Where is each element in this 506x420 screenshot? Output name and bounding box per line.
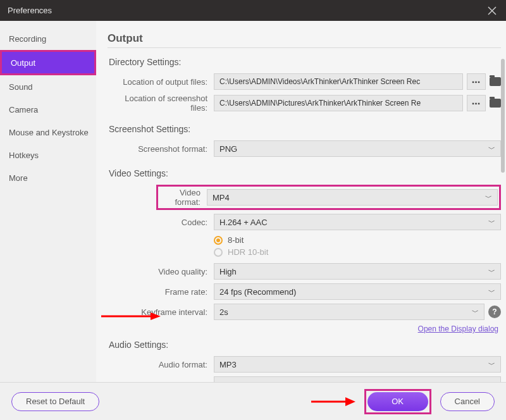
dropdown-value: 2s — [219, 307, 228, 317]
audio-codec-dropdown[interactable]: MP3 ﹀ — [214, 376, 501, 382]
radio-hdr10bit[interactable]: HDR 10-bit — [214, 247, 268, 257]
cancel-button[interactable]: Cancel — [440, 392, 495, 411]
annotation-arrow-icon — [311, 397, 355, 406]
page-title: Output — [108, 32, 501, 45]
folder-open-output-icon[interactable] — [490, 77, 501, 86]
sidebar-item-label: Sound — [9, 82, 33, 92]
label-video-format: Video format: — [159, 188, 207, 207]
footer: Reset to Default OK Cancel — [0, 382, 506, 420]
row-audio-format: Audio format: MP3 ﹀ — [108, 356, 501, 373]
sidebar-item-hotkeys[interactable]: Hotkeys — [0, 144, 96, 166]
keyframe-interval-dropdown[interactable]: 2s ﹀ — [214, 304, 484, 320]
dropdown-value: High — [219, 267, 237, 276]
reset-to-default-button[interactable]: Reset to Default — [11, 392, 99, 411]
sidebar-item-label: Output — [11, 58, 35, 68]
display-dialog-link-row: Open the Display dialog — [108, 324, 498, 333]
sidebar-item-mouse-keystroke[interactable]: Mouse and Keystroke — [0, 121, 96, 144]
chevron-down-icon: ﹀ — [488, 218, 495, 227]
sidebar-item-sound[interactable]: Sound — [0, 75, 96, 98]
scrollbar[interactable] — [501, 59, 505, 173]
sidebar: Recording Output Sound Camera Mouse and … — [0, 21, 96, 382]
screenshot-format-dropdown[interactable]: PNG ﹀ — [214, 140, 501, 157]
chevron-down-icon: ﹀ — [488, 287, 495, 297]
dropdown-value: MP3 — [219, 380, 237, 383]
sidebar-item-recording[interactable]: Recording — [0, 27, 96, 50]
titlebar: Preferences — [0, 0, 506, 21]
radio-label: 8-bit — [228, 235, 244, 245]
divider — [108, 47, 501, 48]
output-path-field[interactable]: C:\Users\ADMIN\Videos\ArkThinker\ArkThin… — [214, 73, 463, 90]
sidebar-item-label: Mouse and Keystroke — [9, 128, 89, 137]
sidebar-item-output[interactable]: Output — [0, 50, 96, 75]
close-icon — [488, 6, 497, 15]
browse-output-button[interactable]: ▪▪▪ — [467, 73, 486, 90]
video-quality-dropdown[interactable]: High ﹀ — [214, 263, 501, 280]
row-video-codec: Codec: H.264 + AAC ﹀ — [108, 214, 501, 230]
row-video-quality: Video quality: High ﹀ — [108, 263, 501, 280]
label-video-codec: Codec: — [108, 218, 214, 227]
audio-format-dropdown[interactable]: MP3 ﹀ — [214, 356, 501, 373]
radio-8bit[interactable]: 8-bit — [214, 235, 268, 245]
dropdown-value: H.264 + AAC — [219, 218, 268, 227]
section-heading-directory: Directory Settings: — [108, 57, 501, 67]
svg-marker-3 — [345, 397, 355, 406]
dropdown-value: 24 fps (Recommend) — [219, 287, 296, 297]
row-screenshot-location: Location of screenshot files: C:\Users\A… — [108, 94, 501, 113]
dropdown-value: PNG — [219, 144, 237, 154]
row-bit-depth: 8-bit HDR 10-bit — [108, 234, 501, 259]
section-heading-screenshot: Screenshot Settings: — [108, 124, 501, 134]
row-keyframe-interval: Keyframe interval: 2s ﹀ ? — [108, 304, 501, 320]
folder-open-screenshot-icon[interactable] — [490, 99, 501, 108]
sidebar-item-label: Recording — [9, 34, 46, 44]
row-frame-rate: Frame rate: 24 fps (Recommend) ﹀ — [108, 283, 501, 300]
chevron-down-icon: ﹀ — [488, 144, 495, 154]
label-screenshot-format: Screenshot format: — [108, 144, 214, 154]
label-screenshot-location: Location of screenshot files: — [108, 94, 214, 113]
chevron-down-icon: ﹀ — [485, 193, 492, 202]
label-audio-codec: Codec: — [108, 380, 214, 383]
label-keyframe-interval: Keyframe interval: — [108, 307, 214, 317]
row-video-format: Video format: MP4 ﹀ — [108, 185, 501, 210]
video-format-dropdown[interactable]: MP4 ﹀ — [207, 189, 498, 206]
video-codec-dropdown[interactable]: H.264 + AAC ﹀ — [214, 214, 501, 230]
sidebar-item-label: Hotkeys — [9, 151, 39, 160]
video-format-highlight: Video format: MP4 ﹀ — [156, 185, 501, 210]
label-audio-format: Audio format: — [108, 360, 214, 369]
chevron-down-icon: ﹀ — [488, 380, 495, 383]
radio-label: HDR 10-bit — [228, 247, 268, 257]
ok-button-highlight: OK — [364, 389, 431, 414]
help-icon[interactable]: ? — [488, 306, 501, 318]
chevron-down-icon: ﹀ — [488, 360, 495, 369]
main-panel: Output Directory Settings: Location of o… — [96, 21, 506, 382]
sidebar-item-label: Camera — [9, 105, 38, 114]
radio-dot-icon — [214, 248, 223, 257]
window-title: Preferences — [8, 6, 52, 15]
section-heading-video: Video Settings: — [108, 168, 501, 178]
row-screenshot-format: Screenshot format: PNG ﹀ — [108, 140, 501, 157]
row-audio-codec: Codec: MP3 ﹀ — [108, 376, 501, 382]
frame-rate-dropdown[interactable]: 24 fps (Recommend) ﹀ — [214, 283, 501, 300]
open-display-dialog-link[interactable]: Open the Display dialog — [418, 324, 498, 333]
row-output-location: Location of output files: C:\Users\ADMIN… — [108, 73, 501, 90]
dropdown-value: MP3 — [219, 360, 237, 369]
ok-button[interactable]: OK — [367, 392, 428, 411]
sidebar-item-more[interactable]: More — [0, 166, 96, 189]
label-frame-rate: Frame rate: — [108, 287, 214, 297]
browse-screenshot-button[interactable]: ▪▪▪ — [467, 95, 486, 111]
sidebar-item-camera[interactable]: Camera — [0, 98, 96, 121]
screenshot-path-field[interactable]: C:\Users\ADMIN\Pictures\ArkThinker\ArkTh… — [214, 95, 463, 111]
chevron-down-icon: ﹀ — [472, 307, 479, 317]
radio-dot-selected-icon — [214, 236, 223, 245]
label-video-quality: Video quality: — [108, 267, 214, 276]
chevron-down-icon: ﹀ — [488, 267, 495, 276]
sidebar-item-label: More — [9, 173, 28, 183]
dropdown-value: MP4 — [213, 193, 230, 202]
label-output-location: Location of output files: — [108, 77, 214, 87]
close-button[interactable] — [486, 4, 498, 17]
section-heading-audio: Audio Settings: — [108, 340, 501, 350]
